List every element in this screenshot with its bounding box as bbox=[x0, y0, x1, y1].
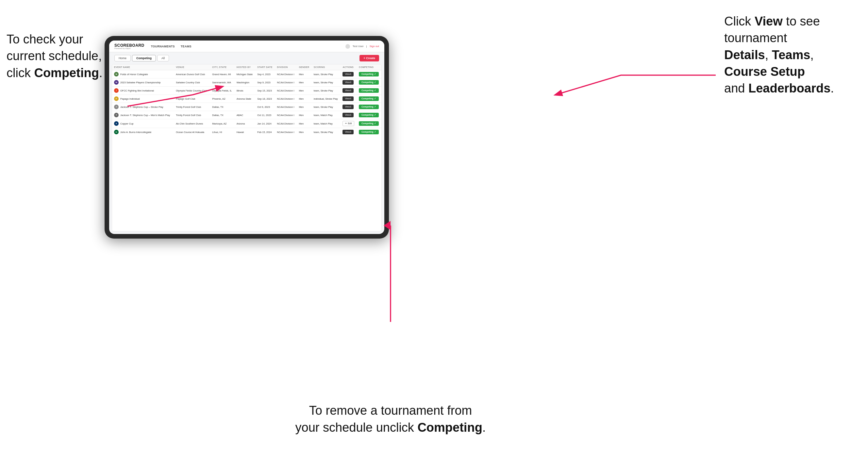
cell-hosted: Washington bbox=[235, 79, 255, 87]
scoreboard-subtitle: Powered by clippd bbox=[114, 48, 145, 49]
cell-division: NCAA Division I bbox=[275, 119, 297, 128]
scoreboard-logo: SCOREBOARD Powered by clippd bbox=[114, 43, 145, 49]
table-row: H John A. Burns Intercollegiate Ocean Co… bbox=[112, 128, 381, 136]
nav-separator: | bbox=[366, 45, 367, 48]
col-event-name: EVENT NAME bbox=[112, 64, 174, 70]
cell-hosted: Illinois bbox=[235, 87, 255, 95]
cell-city: Lihue, HI bbox=[210, 128, 234, 136]
team-logo: I bbox=[114, 88, 119, 93]
col-scoring: SCORING bbox=[312, 64, 341, 70]
cell-hosted: Arizona State bbox=[235, 95, 255, 103]
cell-division: NCAA Division I bbox=[275, 111, 297, 119]
cell-gender: Men bbox=[297, 87, 312, 95]
table-row: M Folds of Honor Collegiate American Dun… bbox=[112, 70, 381, 79]
team-logo: H bbox=[114, 130, 119, 134]
table-row: T Jackson T. Stephens Cup – Stroke Play … bbox=[112, 103, 381, 111]
cell-actions: View ℹ bbox=[341, 87, 357, 95]
cell-gender: Men bbox=[297, 79, 312, 87]
nav-right: Test User | Sign out bbox=[345, 44, 379, 49]
cell-division: NCAA Division I bbox=[275, 87, 297, 95]
user-name: Test User bbox=[352, 45, 364, 48]
tournaments-table-container: EVENT NAME VENUE CITY, STATE HOSTED BY S… bbox=[112, 64, 382, 231]
cell-division: NCAA Division I bbox=[275, 95, 297, 103]
view-button[interactable]: View ℹ bbox=[342, 130, 353, 134]
col-division: DIVISION bbox=[275, 64, 297, 70]
cell-event-name: I OFCC Fighting Illini Invitational bbox=[112, 87, 174, 95]
cell-actions: View ℹ bbox=[341, 128, 357, 136]
cell-start-date: Sep 15, 2023 bbox=[255, 87, 275, 95]
cell-actions: View ℹ bbox=[341, 95, 357, 103]
col-hosted-by: HOSTED BY bbox=[235, 64, 255, 70]
cell-gender: Men bbox=[297, 95, 312, 103]
annotation-top-right: Click View to seetournamentDetails, Team… bbox=[724, 13, 862, 97]
cell-competing: Competing ✓ bbox=[357, 87, 381, 95]
cell-division: NCAA Division I bbox=[275, 79, 297, 87]
cell-gender: Men bbox=[297, 70, 312, 79]
view-button[interactable]: View ℹ bbox=[342, 80, 353, 85]
cell-competing: Competing ✓ bbox=[357, 111, 381, 119]
competing-button[interactable]: Competing ✓ bbox=[359, 104, 379, 109]
cell-scoring: team, Match Play bbox=[312, 119, 341, 128]
cell-start-date: Sep 18, 2023 bbox=[255, 95, 275, 103]
col-competing: COMPETING bbox=[357, 64, 381, 70]
nav-bar: SCOREBOARD Powered by clippd TOURNAMENTS… bbox=[109, 40, 384, 52]
cell-venue: Ocean Course At Hokuala bbox=[174, 128, 210, 136]
cell-scoring: team, Stroke Play bbox=[312, 103, 341, 111]
edit-button[interactable]: ✏ Edit bbox=[342, 121, 354, 126]
table-row: I OFCC Fighting Illini Invitational Olym… bbox=[112, 87, 381, 95]
cell-event-name: P Papago Individual bbox=[112, 95, 174, 103]
nav-links: TOURNAMENTS TEAMS bbox=[151, 45, 345, 48]
competing-button[interactable]: Competing ✓ bbox=[359, 88, 379, 93]
tablet-device: SCOREBOARD Powered by clippd TOURNAMENTS… bbox=[104, 36, 389, 239]
team-logo: T bbox=[114, 113, 119, 117]
cell-scoring: team, Stroke Play bbox=[312, 79, 341, 87]
table-header-row: EVENT NAME VENUE CITY, STATE HOSTED BY S… bbox=[112, 64, 381, 70]
cell-city: Olympia Fields, IL bbox=[210, 87, 234, 95]
view-button[interactable]: View ℹ bbox=[342, 113, 353, 117]
team-logo: P bbox=[114, 96, 119, 101]
cell-actions: View ℹ bbox=[341, 79, 357, 87]
cell-venue: Olympia Fields Country Club bbox=[174, 87, 210, 95]
competing-button[interactable]: Competing ✓ bbox=[359, 130, 379, 134]
nav-teams[interactable]: TEAMS bbox=[181, 45, 191, 48]
cell-hosted bbox=[235, 103, 255, 111]
col-start-date: START DATE bbox=[255, 64, 275, 70]
cell-start-date: Oct 11, 2023 bbox=[255, 111, 275, 119]
cell-actions: View ℹ bbox=[341, 103, 357, 111]
cell-hosted: Michigan State bbox=[235, 70, 255, 79]
nav-tournaments[interactable]: TOURNAMENTS bbox=[151, 45, 175, 48]
competing-button[interactable]: Competing ✓ bbox=[359, 72, 379, 76]
cell-venue: Ak-Chin Southern Dunes bbox=[174, 119, 210, 128]
view-button[interactable]: View ℹ bbox=[342, 104, 353, 109]
cell-venue: Trinity Forest Golf Club bbox=[174, 111, 210, 119]
annotation-bottom: To remove a tournament fromyour schedule… bbox=[268, 402, 513, 436]
cell-scoring: team, Stroke Play bbox=[312, 70, 341, 79]
cell-hosted: Arizona bbox=[235, 119, 255, 128]
create-button[interactable]: + Create bbox=[360, 55, 379, 61]
filter-tab-competing[interactable]: Competing bbox=[132, 55, 156, 61]
cell-scoring: team, Stroke Play bbox=[312, 128, 341, 136]
cell-gender: Men bbox=[297, 119, 312, 128]
competing-button[interactable]: Competing ✓ bbox=[359, 113, 379, 117]
cell-start-date: Feb 15, 2024 bbox=[255, 128, 275, 136]
competing-button[interactable]: Competing ✓ bbox=[359, 96, 379, 101]
competing-button[interactable]: Competing ✓ bbox=[359, 80, 379, 85]
team-logo: W bbox=[114, 80, 119, 85]
sign-out-link[interactable]: Sign out bbox=[370, 45, 379, 48]
cell-event-name: T Jackson T. Stephens Cup – Stroke Play bbox=[112, 103, 174, 111]
competing-button[interactable]: Competing ✓ bbox=[359, 121, 379, 126]
view-button[interactable]: View ℹ bbox=[342, 96, 353, 101]
team-logo: T bbox=[114, 104, 119, 109]
col-gender: GENDER bbox=[297, 64, 312, 70]
filter-tab-all[interactable]: All bbox=[157, 55, 169, 61]
cell-scoring: individual, Stroke Play bbox=[312, 95, 341, 103]
cell-event-name: H John A. Burns Intercollegiate bbox=[112, 128, 174, 136]
annotation-text-right: Click View to seetournamentDetails, Team… bbox=[724, 14, 834, 95]
view-button[interactable]: View ℹ bbox=[342, 72, 353, 76]
view-button[interactable]: View ℹ bbox=[342, 88, 353, 93]
filter-tab-home[interactable]: Home bbox=[114, 55, 131, 61]
cell-competing: Competing ✓ bbox=[357, 70, 381, 79]
cell-city: Dallas, TX bbox=[210, 111, 234, 119]
cell-competing: Competing ✓ bbox=[357, 79, 381, 87]
cell-start-date: Sep 9, 2023 bbox=[255, 79, 275, 87]
